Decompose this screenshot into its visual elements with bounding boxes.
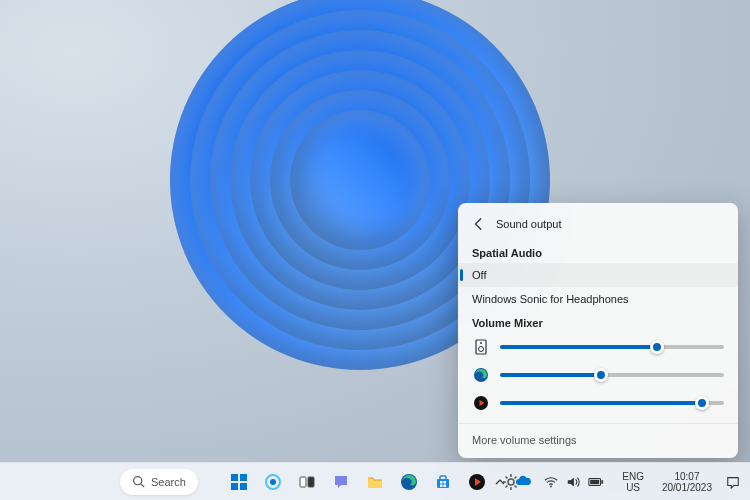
spatial-audio-title: Spatial Audio	[458, 241, 738, 263]
svg-point-2	[480, 342, 482, 344]
speaker-icon	[472, 338, 490, 356]
svg-point-12	[270, 479, 276, 485]
svg-rect-26	[602, 480, 604, 484]
tray-clock[interactable]: 10:07 20/01/2023	[654, 469, 720, 495]
task-view-icon	[298, 473, 316, 491]
edge-icon	[472, 366, 490, 384]
store-icon	[434, 473, 452, 491]
media-player-icon	[468, 473, 486, 491]
tray-language[interactable]: ENG US	[614, 469, 652, 495]
taskbar-chat[interactable]	[326, 467, 356, 497]
svg-line-6	[141, 484, 144, 487]
taskbar-store[interactable]	[428, 467, 458, 497]
start-button[interactable]	[224, 467, 254, 497]
popup-title: Sound output	[496, 218, 561, 230]
chevron-up-icon	[495, 477, 505, 487]
svg-rect-10	[240, 483, 247, 490]
cloud-icon	[515, 474, 531, 490]
lang-primary: ENG	[622, 471, 644, 482]
spatial-option-sonic[interactable]: Windows Sonic for Headphones	[458, 287, 738, 311]
tray-onedrive[interactable]	[512, 467, 534, 497]
svg-rect-27	[590, 479, 599, 483]
svg-rect-21	[444, 484, 447, 487]
search-label: Search	[151, 476, 186, 488]
sound-output-popup: Sound output Spatial Audio Off Windows S…	[458, 203, 738, 458]
clock-date: 20/01/2023	[662, 482, 712, 493]
volume-slider-edge[interactable]	[500, 373, 724, 377]
spatial-option-off[interactable]: Off	[458, 263, 738, 287]
chat-icon	[332, 473, 350, 491]
svg-rect-13	[300, 477, 306, 487]
svg-point-24	[550, 485, 552, 487]
svg-rect-8	[240, 474, 247, 481]
svg-rect-9	[231, 483, 238, 490]
mixer-row-media	[458, 389, 738, 417]
taskbar-edge[interactable]	[394, 467, 424, 497]
edge-icon	[400, 473, 418, 491]
volume-icon	[566, 475, 580, 489]
wifi-icon	[544, 475, 558, 489]
volume-slider-media[interactable]	[500, 401, 724, 405]
svg-rect-7	[231, 474, 238, 481]
clock-time: 10:07	[662, 471, 712, 482]
tray-chevron[interactable]	[490, 467, 510, 497]
taskbar-copilot[interactable]	[258, 467, 288, 497]
volume-mixer-title: Volume Mixer	[458, 311, 738, 333]
tray-notifications[interactable]	[722, 467, 744, 497]
desktop: Sound output Spatial Audio Off Windows S…	[0, 0, 750, 500]
svg-rect-17	[440, 476, 446, 480]
svg-rect-19	[444, 481, 447, 484]
notification-icon	[726, 475, 740, 489]
taskbar: Search	[0, 462, 750, 500]
tray-system-icons[interactable]	[536, 473, 612, 491]
mixer-row-speaker	[458, 333, 738, 361]
taskbar-media-player[interactable]	[462, 467, 492, 497]
svg-point-1	[479, 347, 484, 352]
back-icon[interactable]	[472, 217, 486, 231]
lang-secondary: US	[622, 482, 644, 493]
mixer-row-edge	[458, 361, 738, 389]
svg-point-5	[134, 477, 142, 485]
volume-slider-speaker[interactable]	[500, 345, 724, 349]
taskbar-explorer[interactable]	[360, 467, 390, 497]
svg-rect-20	[440, 484, 443, 487]
windows-icon	[230, 473, 248, 491]
copilot-icon	[264, 473, 282, 491]
search-icon	[132, 475, 145, 488]
media-icon	[472, 394, 490, 412]
svg-rect-14	[308, 477, 314, 487]
more-volume-settings[interactable]: More volume settings	[458, 423, 738, 448]
battery-icon	[588, 475, 604, 489]
taskbar-task-view[interactable]	[292, 467, 322, 497]
search-button[interactable]: Search	[120, 469, 198, 495]
svg-rect-18	[440, 481, 443, 484]
folder-icon	[366, 473, 384, 491]
